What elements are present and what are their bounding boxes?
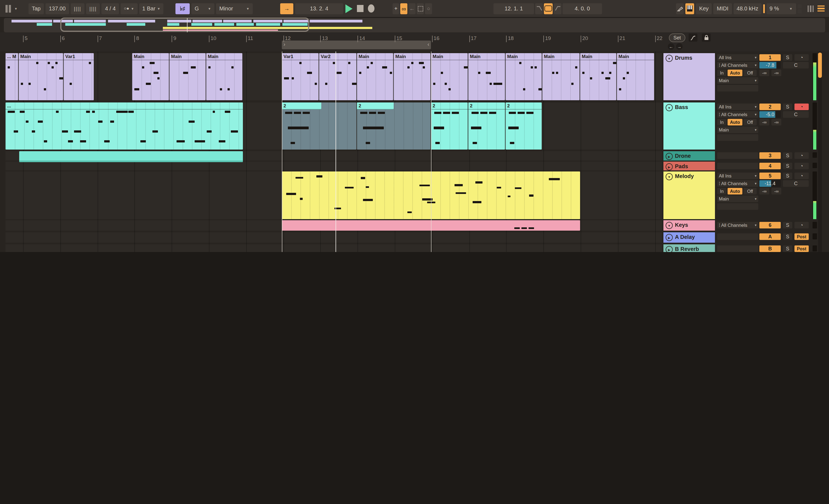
track-name-area[interactable]: ▼Keys — [663, 220, 715, 231]
clip-drums[interactable]: Var2 — [319, 53, 356, 100]
set-locator-button[interactable]: Set — [669, 33, 685, 42]
volume-field[interactable]: -7.8 — [759, 62, 781, 69]
output-channel-box[interactable] — [717, 203, 758, 210]
output-channel-box[interactable] — [717, 85, 758, 91]
track-lane[interactable] — [5, 244, 662, 252]
solo-button[interactable]: S — [783, 54, 792, 61]
input-channel-menu[interactable]: ⁞ All Channels▼ — [717, 62, 758, 69]
return-letter[interactable]: B — [759, 245, 781, 252]
clip-drums[interactable]: Main — [580, 53, 616, 100]
input-channel-menu[interactable]: ⁞ All Channels▼ — [717, 222, 758, 228]
clip-drums[interactable]: Main — [357, 53, 393, 100]
monitor-auto-button[interactable]: Auto — [728, 70, 743, 76]
clip-drone[interactable] — [19, 151, 243, 162]
fold-icon[interactable]: ▶ — [665, 153, 673, 160]
clip-drums[interactable]: Main — [506, 53, 542, 100]
monitor-off-button[interactable]: Off — [744, 119, 757, 125]
track-name-area[interactable]: ▼Bass — [663, 103, 715, 150]
monitor-auto-button[interactable]: Auto — [728, 119, 743, 125]
monitor-off-button[interactable]: Off — [744, 188, 757, 194]
clip-bass-selected[interactable]: 2 — [282, 103, 356, 150]
track-header-pads[interactable]: ▶Pads4S◔ — [663, 162, 829, 170]
track-number[interactable]: 5 — [759, 172, 781, 179]
scale-mode-icon[interactable]: ♭♯ — [175, 3, 190, 14]
track-header-drums[interactable]: ▼DrumsAll Ins▼⁞ All Channels▼InAutoOffMa… — [663, 53, 829, 100]
vertical-scrollbar[interactable] — [818, 51, 822, 252]
key-map-button[interactable]: Key — [696, 3, 712, 14]
return-letter[interactable]: A — [759, 233, 781, 240]
nudge-up-button[interactable]: |||| — [86, 3, 100, 14]
solo-button[interactable]: S — [783, 172, 792, 179]
track-name-area[interactable]: ▶Pads — [663, 162, 715, 170]
track-lane[interactable] — [5, 162, 662, 170]
input-route-menu[interactable]: All Ins▼ — [717, 54, 758, 61]
volume-field[interactable]: -11.4 — [759, 180, 781, 187]
unfold-icon[interactable]: ▼ — [665, 173, 673, 180]
overview-zoom-window[interactable] — [60, 17, 309, 32]
track-name-area[interactable]: ▶A Delay — [663, 232, 715, 243]
monitor-in-button[interactable]: In — [717, 119, 726, 125]
arm-button[interactable]: ◔ — [794, 163, 809, 169]
next-locator-button[interactable]: → — [676, 43, 683, 50]
cpu-meter[interactable]: 9 %▼ — [766, 3, 796, 14]
clip-drums[interactable]: Main — [468, 53, 505, 100]
track-header-a-delay[interactable]: ▶A DelayASPost — [663, 232, 829, 243]
midi-map-button[interactable]: MIDI — [714, 3, 732, 14]
input-route-menu[interactable]: All Ins▼ — [717, 172, 758, 179]
loop-length-field[interactable]: 4. 0. 0 — [563, 3, 602, 14]
quantize-menu[interactable]: 1 Bar▼ — [139, 3, 164, 14]
tempo-field[interactable]: 137.00 — [45, 3, 69, 14]
clip-bass[interactable]: 2 — [468, 103, 505, 150]
punch-out-icon[interactable] — [554, 3, 562, 14]
loop-button[interactable] — [544, 3, 553, 14]
monitor-in-button[interactable]: In — [717, 70, 726, 76]
clip-drums[interactable]: Var1 — [64, 53, 94, 100]
track-name-area[interactable]: ▶Drone — [663, 151, 715, 160]
arrangement-loop-brace[interactable]: › ‹ — [282, 41, 431, 49]
input-channel-menu[interactable]: ⁞ All Channels▼ — [717, 180, 758, 187]
capture-midi-button[interactable]: ∞ — [400, 3, 407, 14]
monitor-off-button[interactable]: Off — [744, 70, 757, 76]
mixer-view-icon[interactable] — [807, 5, 814, 12]
track-number[interactable]: 4 — [759, 163, 781, 169]
clip-drums[interactable]: Main — [542, 53, 580, 100]
clip-drums[interactable]: Main — [617, 53, 654, 100]
solo-button[interactable]: S — [783, 233, 792, 240]
clip-bass[interactable]: 2 — [431, 103, 468, 150]
track-number[interactable]: 2 — [759, 104, 781, 110]
arrangement-position-field[interactable]: 13. 2. 4 — [295, 3, 343, 14]
prev-locator-button[interactable]: ← — [668, 43, 674, 50]
back-to-arrangement-icon[interactable]: ← — [408, 3, 416, 14]
input-route-box[interactable] — [717, 233, 758, 240]
track-name-area[interactable]: ▼Melody — [663, 171, 715, 219]
send-b-field[interactable]: -∞ — [771, 119, 781, 125]
play-button[interactable] — [346, 4, 353, 13]
clip-bass-selected[interactable]: 2 — [357, 103, 430, 150]
clip-drums[interactable]: Main — [132, 53, 169, 100]
input-channel-menu[interactable]: ⁞ All Channels▼ — [717, 111, 758, 118]
track-number[interactable]: 3 — [759, 152, 781, 159]
send-b-field[interactable]: -∞ — [771, 188, 781, 194]
track-name-area[interactable]: ▶B Reverb — [663, 244, 715, 252]
solo-button[interactable]: S — [783, 104, 792, 110]
pan-field[interactable]: C — [783, 180, 809, 187]
clip-drums[interactable]: Var1 — [282, 53, 319, 100]
panel-menu-caret[interactable]: ▼ — [14, 7, 17, 10]
punch-in-icon[interactable] — [535, 3, 543, 14]
track-number[interactable]: 6 — [759, 222, 781, 228]
solo-button[interactable]: S — [783, 152, 792, 159]
fold-icon[interactable]: ▶ — [665, 163, 673, 170]
record-button[interactable] — [368, 4, 374, 12]
stop-button[interactable] — [357, 5, 363, 12]
pan-field[interactable]: C — [783, 62, 809, 69]
clip-drums[interactable]: Main — [431, 53, 468, 100]
solo-button[interactable]: S — [783, 245, 792, 252]
track-header-drone[interactable]: ▶Drone3S◔ — [663, 151, 829, 160]
loop-start-field[interactable]: 12. 1. 1 — [494, 3, 534, 14]
computer-midi-keyboard-icon[interactable] — [685, 3, 694, 14]
scale-name-menu[interactable]: Minor▼ — [216, 3, 253, 14]
pan-field[interactable]: C — [783, 111, 809, 118]
draw-mode-icon[interactable] — [676, 3, 684, 14]
arm-button[interactable]: ◔ — [794, 172, 809, 179]
output-route-menu[interactable]: Main▼ — [717, 126, 758, 133]
